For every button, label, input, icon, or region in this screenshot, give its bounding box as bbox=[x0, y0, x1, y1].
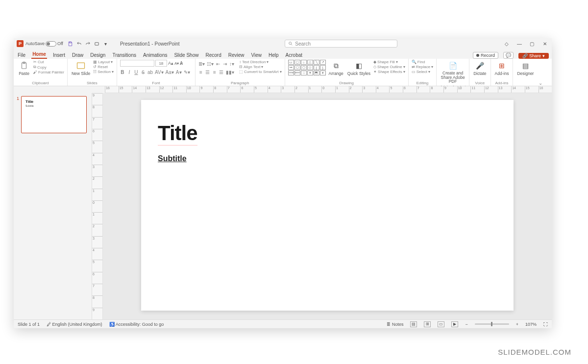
convert-smartart-button[interactable]: ⬚ Convert to SmartArt ▾ bbox=[239, 70, 282, 74]
record-button[interactable]: Record bbox=[473, 52, 498, 59]
normal-view-button[interactable]: ▤ bbox=[410, 321, 417, 327]
tab-file[interactable]: File bbox=[17, 51, 26, 59]
title-placeholder[interactable]: Title bbox=[158, 121, 197, 146]
tab-help[interactable]: Help bbox=[268, 51, 280, 59]
undo-button[interactable] bbox=[76, 40, 83, 47]
toggle-switch-icon[interactable] bbox=[46, 41, 56, 47]
diamond-icon[interactable]: ◇ bbox=[503, 40, 511, 48]
maximize-button[interactable]: ▢ bbox=[528, 40, 536, 48]
format-painter-button[interactable]: 🖌 Format Painter bbox=[33, 70, 64, 74]
shape-outline-button[interactable]: ◇ Shape Outline ▾ bbox=[373, 65, 405, 69]
autosave-toggle[interactable]: AutoSave Off bbox=[25, 41, 63, 47]
zoom-out-button[interactable]: − bbox=[465, 322, 467, 327]
close-button[interactable]: ✕ bbox=[541, 40, 549, 48]
font-color-button[interactable]: A▾ bbox=[176, 70, 182, 75]
dictate-button[interactable]: 🎤 Dictate bbox=[472, 60, 487, 77]
paste-button[interactable]: Paste bbox=[17, 60, 31, 77]
tab-record[interactable]: Record bbox=[204, 51, 222, 59]
highlight-button[interactable]: ✎▾ bbox=[184, 70, 190, 75]
language-status[interactable]: 🖉 English (United Kingdom) bbox=[47, 322, 102, 327]
bold-button[interactable]: B bbox=[120, 70, 125, 75]
font-family-select[interactable] bbox=[120, 60, 154, 67]
tab-slide-show[interactable]: Slide Show bbox=[173, 51, 199, 59]
thumbnail-title: Title bbox=[25, 99, 82, 104]
cut-button[interactable]: ✂ Cut bbox=[33, 60, 64, 64]
numbering-button[interactable]: ☷▾ bbox=[207, 61, 214, 67]
addins-button[interactable]: ⊞ Add-ins bbox=[494, 60, 510, 77]
bullets-button[interactable]: ≣▾ bbox=[198, 61, 205, 67]
slide-sorter-button[interactable]: ⊞ bbox=[424, 321, 431, 327]
replace-button[interactable]: ⇄ Replace ▾ bbox=[412, 65, 433, 69]
collapse-ribbon-button[interactable]: ⌄ bbox=[538, 59, 543, 86]
shape-effects-button[interactable]: ✦ Shape Effects ▾ bbox=[373, 70, 405, 74]
layout-button[interactable]: ▦ Layout ▾ bbox=[93, 60, 114, 64]
minimize-button[interactable]: — bbox=[515, 40, 523, 48]
reading-view-button[interactable]: ▭ bbox=[438, 321, 444, 327]
justify-button[interactable]: ☰ bbox=[219, 70, 224, 75]
tab-animations[interactable]: Animations bbox=[142, 51, 168, 59]
slide[interactable]: Title Subtitle bbox=[141, 100, 514, 311]
shape-fill-button[interactable]: ◆ Shape Fill ▾ bbox=[373, 60, 405, 64]
slide-thumbnail[interactable]: Title Subtitle bbox=[21, 96, 87, 133]
align-center-button[interactable]: ☰ bbox=[205, 70, 210, 75]
tab-insert[interactable]: Insert bbox=[52, 51, 66, 59]
fit-to-window-button[interactable]: ⛶ bbox=[543, 322, 548, 327]
tab-review[interactable]: Review bbox=[227, 51, 245, 59]
increase-font-button[interactable]: A▴ bbox=[168, 61, 173, 66]
designer-button[interactable]: ▤ Designer bbox=[516, 60, 535, 77]
zoom-slider[interactable] bbox=[475, 323, 509, 325]
slideshow-button[interactable]: ▶ bbox=[451, 321, 458, 327]
reset-button[interactable]: ↺ Reset bbox=[93, 65, 114, 69]
new-slide-button[interactable]: New Slide bbox=[71, 60, 91, 77]
clear-formatting-button[interactable]: A̷ bbox=[180, 61, 183, 66]
arrange-button[interactable]: ⧉ Arrange bbox=[328, 60, 344, 77]
section-button[interactable]: ☷ Section ▾ bbox=[93, 70, 114, 74]
select-button[interactable]: ▭ Select ▾ bbox=[412, 70, 433, 74]
character-spacing-button[interactable]: AV▾ bbox=[155, 70, 164, 75]
increase-indent-button[interactable]: ⇥ bbox=[222, 61, 227, 67]
accessibility-status[interactable]: ♿ Accessibility: Good to go bbox=[109, 322, 164, 327]
line-spacing-button[interactable]: ↕▾ bbox=[229, 61, 234, 67]
align-right-button[interactable]: ≡ bbox=[212, 70, 217, 75]
share-button[interactable]: 🔗 Share ▾ bbox=[518, 53, 549, 59]
tab-acrobat[interactable]: Acrobat bbox=[285, 51, 303, 59]
columns-button[interactable]: ▮▮▾ bbox=[226, 70, 234, 75]
shapes-gallery[interactable]: ▭◻○△╲↗ ↦⬠⬡◇{} ⟶⟵☆✦⬒▾ bbox=[288, 60, 326, 75]
redo-button[interactable] bbox=[85, 40, 92, 47]
quick-styles-button[interactable]: ◧ Quick Styles bbox=[346, 60, 371, 77]
italic-button[interactable]: I bbox=[127, 70, 132, 75]
tab-design[interactable]: Design bbox=[89, 51, 106, 59]
search-input[interactable]: Search bbox=[285, 40, 397, 48]
tab-transitions[interactable]: Transitions bbox=[111, 51, 137, 59]
zoom-level[interactable]: 107% bbox=[525, 322, 537, 327]
notes-button[interactable]: ≣ Notes bbox=[387, 322, 403, 327]
slide-canvas-area[interactable]: Title Subtitle bbox=[103, 93, 552, 319]
tab-draw[interactable]: Draw bbox=[71, 51, 84, 59]
tab-view[interactable]: View bbox=[250, 51, 263, 59]
qat-customize-button[interactable]: ▾ bbox=[102, 40, 109, 47]
tab-home[interactable]: Home bbox=[31, 50, 47, 59]
align-text-button[interactable]: ⊟ Align Text ▾ bbox=[239, 65, 282, 69]
find-button[interactable]: 🔍 Find bbox=[412, 60, 433, 64]
text-direction-button[interactable]: ↕ Text Direction ▾ bbox=[239, 60, 282, 64]
slide-counter[interactable]: Slide 1 of 1 bbox=[18, 322, 40, 327]
create-pdf-button[interactable]: 📄 Create and Share Adobe PDF bbox=[440, 60, 466, 85]
underline-button[interactable]: U bbox=[134, 70, 139, 75]
start-from-beginning-button[interactable] bbox=[94, 40, 100, 47]
titlebar: P AutoSave Off ▾ Presentation1 - PowerPo… bbox=[14, 38, 552, 49]
change-case-button[interactable]: Aa▾ bbox=[166, 70, 174, 75]
decrease-font-button[interactable]: A▾ bbox=[174, 61, 179, 66]
shadow-button[interactable]: ab bbox=[147, 70, 153, 75]
copy-button[interactable]: ⧉ Copy bbox=[33, 65, 64, 70]
zoom-in-button[interactable]: + bbox=[516, 322, 518, 327]
decrease-indent-button[interactable]: ⇤ bbox=[216, 61, 220, 67]
subtitle-placeholder[interactable]: Subtitle bbox=[158, 154, 497, 163]
save-button[interactable] bbox=[67, 40, 74, 47]
language-label: English (United Kingdom) bbox=[52, 322, 102, 327]
font-size-select[interactable]: 18 bbox=[155, 60, 167, 67]
status-bar: Slide 1 of 1 🖉 English (United Kingdom) … bbox=[14, 319, 552, 328]
align-left-button[interactable]: ≡ bbox=[198, 70, 203, 75]
strikethrough-button[interactable]: S̶ bbox=[141, 70, 146, 75]
comments-button[interactable]: 💬 bbox=[503, 52, 514, 59]
section-label: Section bbox=[98, 70, 111, 74]
